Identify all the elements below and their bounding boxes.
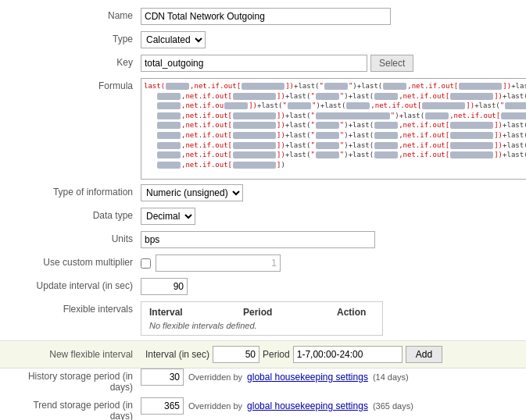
name-input[interactable] — [141, 8, 391, 25]
history-link[interactable]: global housekeeping settings — [247, 372, 368, 383]
formula-box[interactable]: last(,net.if.out[])+last("")+last(,net.i… — [141, 78, 526, 180]
update-interval-input[interactable] — [141, 278, 188, 295]
flexible-col-period: Period — [243, 307, 306, 318]
type-info-label: Type of information — [16, 184, 141, 198]
units-label: Units — [16, 231, 141, 244]
key-input[interactable] — [141, 55, 367, 72]
period-input[interactable] — [293, 346, 403, 363]
update-interval-label: Update interval (in sec) — [16, 278, 141, 291]
add-button[interactable]: Add — [406, 346, 442, 363]
new-interval-label: New flexible interval — [16, 349, 141, 360]
history-days: (14 days) — [373, 372, 409, 382]
type-label: Type — [16, 31, 141, 44]
units-input[interactable] — [141, 231, 375, 248]
no-intervals-text: No flexible intervals defined. — [149, 321, 374, 330]
history-label: History storage period (in days) — [16, 368, 141, 393]
history-input[interactable] — [141, 368, 184, 386]
formula-label: Formula — [16, 78, 141, 91]
trend-link[interactable]: global housekeeping settings — [247, 400, 368, 411]
period-inner-label: Period — [263, 349, 290, 360]
new-interval-input[interactable] — [213, 346, 259, 363]
new-interval-section: New flexible interval Interval (in sec) … — [0, 340, 526, 368]
flexible-intervals-label: Flexible intervals — [16, 301, 141, 315]
trend-days: (365 days) — [373, 401, 413, 411]
history-override-text: Overridden by — [188, 372, 242, 382]
type-select[interactable]: Calculated — [141, 31, 206, 48]
multiplier-label: Use custom multiplier — [16, 254, 141, 268]
type-info-select[interactable]: Numeric (unsigned) — [141, 184, 243, 201]
trend-input[interactable] — [141, 397, 184, 415]
trend-override-text: Overridden by — [188, 401, 242, 411]
trend-label: Trend storage period (in days) — [16, 397, 141, 420]
interval-inner-label: Interval (in sec) — [145, 349, 209, 360]
flexible-col-interval: Interval — [149, 307, 212, 318]
data-type-select[interactable]: Decimal — [141, 208, 195, 225]
name-label: Name — [16, 8, 141, 21]
key-label: Key — [16, 55, 141, 68]
multiplier-checkbox[interactable] — [141, 258, 151, 269]
flexible-intervals-box: Interval Period Action No flexible inter… — [141, 301, 383, 336]
select-button[interactable]: Select — [370, 55, 413, 72]
data-type-label: Data type — [16, 208, 141, 221]
flexible-col-action: Action — [337, 307, 366, 318]
multiplier-input[interactable] — [156, 254, 281, 272]
